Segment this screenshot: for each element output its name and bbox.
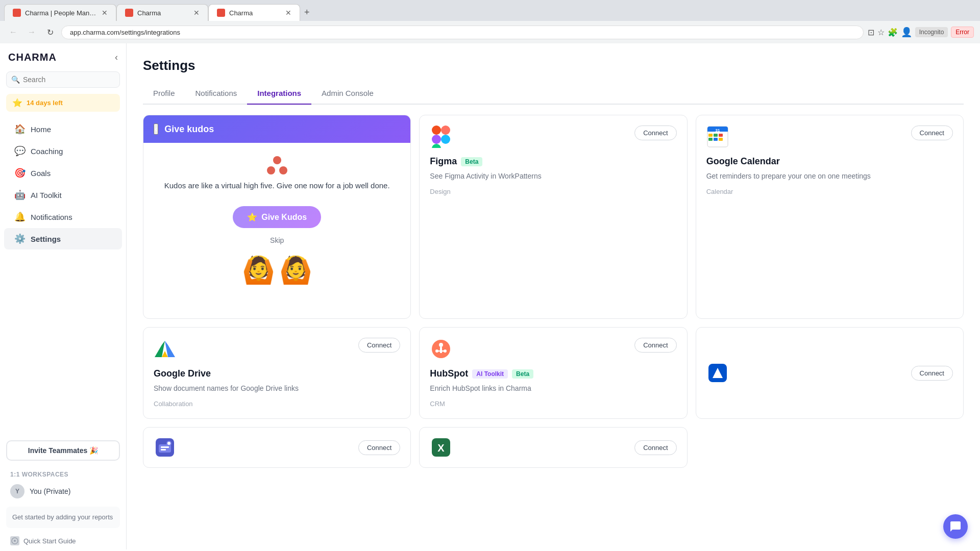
gdrive-card-header: Connect [154, 338, 400, 360]
kudos-illustration: 🙆 🙆 [154, 255, 400, 286]
kudos-body: Kudos are like a virtual high five. Give… [143, 143, 410, 298]
search-input[interactable] [6, 71, 120, 88]
hubspot-logo-icon [430, 338, 452, 360]
figma-beta-badge: Beta [461, 157, 482, 166]
back-button[interactable]: ← [6, 25, 20, 39]
sidebar-item-settings[interactable]: ⚙️ Settings [4, 228, 122, 249]
svg-rect-17 [714, 138, 718, 141]
goals-label: Goals [31, 169, 51, 178]
app-container: CHARMA ‹ 🔍 ⭐ 14 days left 🏠 Home 💬 Coach… [0, 43, 980, 549]
figma-connect-button[interactable]: Connect [634, 126, 676, 140]
bottom-left-logo [706, 362, 729, 384]
skip-link[interactable]: Skip [154, 236, 400, 244]
figma-card-category: Design [430, 188, 676, 195]
ai-toolkit-label: AI Toolkit [31, 191, 62, 199]
settings-header: Settings Profile Notifications Integrati… [127, 43, 980, 105]
tab1-favicon [13, 9, 21, 17]
svg-rect-26 [440, 347, 442, 353]
teams-logo [154, 436, 176, 459]
trial-label: 14 days left [27, 99, 63, 107]
figma-logo-icon [432, 126, 450, 148]
tab2-favicon [125, 9, 133, 17]
home-label: Home [31, 125, 51, 134]
settings-label: Settings [31, 235, 61, 243]
svg-rect-14 [714, 134, 718, 137]
extension-icon[interactable]: 🧩 [888, 28, 898, 37]
trial-icon: ⭐ [12, 98, 22, 108]
hubspot-card-category: CRM [430, 400, 676, 408]
hubspot-card-title: HubSpot AI Toolkit Beta [430, 368, 676, 379]
coaching-label: Coaching [31, 147, 63, 156]
workspace-item-private[interactable]: Y You (Private) [0, 480, 126, 503]
profile-icon[interactable]: 👤 [901, 27, 912, 38]
tab2-title: Charma [137, 9, 189, 17]
integration-card-bottom-right: X Connect [419, 427, 687, 468]
tab3-favicon [217, 9, 225, 17]
integration-card-hubspot: Connect HubSpot AI Toolkit Beta Enrich H… [419, 327, 687, 419]
gdrive-card-desc: Show document names for Google Drive lin… [154, 383, 400, 394]
tab-profile[interactable]: Profile [143, 84, 185, 105]
svg-point-38 [167, 442, 170, 445]
give-kudos-label: Give Kudos [261, 213, 307, 222]
gdrive-connect-button[interactable]: Connect [358, 338, 400, 353]
bookmark-icon[interactable]: ☆ [877, 28, 885, 37]
tab2-close[interactable]: ✕ [193, 9, 200, 17]
give-kudos-button[interactable]: ⭐ Give Kudos [233, 206, 321, 228]
sidebar-item-coaching[interactable]: 💬 Coaching [4, 140, 122, 162]
sidebar-item-goals[interactable]: 🎯 Goals [4, 162, 122, 184]
browser-tab-1[interactable]: Charma | People Management ... ✕ [4, 4, 116, 21]
notifications-label: Notifications [31, 213, 72, 221]
svg-text:31: 31 [715, 128, 720, 133]
kudos-header: ‹ Give kudos [143, 115, 410, 143]
svg-rect-13 [708, 134, 713, 137]
settings-tabs: Profile Notifications Integrations Admin… [143, 84, 964, 105]
ai-toolkit-icon: 🤖 [14, 189, 26, 201]
trial-badge: ⭐ 14 days left [6, 94, 120, 112]
address-bar[interactable]: app.charma.com/settings/integrations [61, 26, 864, 39]
bottom-mid-connect-button[interactable]: Connect [358, 440, 400, 455]
logo-text: CHARMA [8, 52, 57, 63]
chat-bubble[interactable] [943, 514, 968, 539]
search-icon: 🔍 [11, 76, 20, 84]
browser-tab-3[interactable]: Charma ✕ [208, 4, 300, 21]
tab3-close[interactable]: ✕ [285, 9, 291, 17]
hubspot-connect-button[interactable]: Connect [634, 338, 676, 353]
tab-admin-console[interactable]: Admin Console [311, 84, 384, 105]
sidebar-item-ai-toolkit[interactable]: 🤖 AI Toolkit [4, 184, 122, 206]
arrow-up-logo-icon [708, 364, 727, 382]
sidebar-item-home[interactable]: 🏠 Home [4, 118, 122, 140]
hubspot-ai-badge: AI Toolkit [472, 369, 508, 379]
bottom-left-connect-button[interactable]: Connect [911, 366, 953, 381]
gdrive-card-title: Google Drive [154, 368, 400, 379]
gcal-card-category: Calendar [706, 188, 953, 195]
gcal-logo-icon: 31 [706, 126, 729, 148]
tab-integrations[interactable]: Integrations [247, 84, 311, 105]
browser-tab-2[interactable]: Charma ✕ [116, 4, 208, 21]
integration-card-figma: Connect Figma Beta See Figma Activity in… [419, 115, 687, 319]
forward-button[interactable]: → [24, 25, 39, 39]
browser-actions: ⊡ ☆ 🧩 👤 Incognito Error [868, 27, 974, 38]
figure-pink-icon: 🙆 [242, 255, 275, 286]
tab3-title: Charma [229, 9, 281, 17]
new-tab-button[interactable]: + [300, 5, 314, 20]
sidebar-item-notifications[interactable]: 🔔 Notifications [4, 206, 122, 228]
excel-logo: X [430, 436, 452, 459]
teams-logo-icon [156, 438, 174, 457]
integration-card-google-calendar: 31 Connect Google Calendar Get reminders… [696, 115, 964, 319]
kudos-star-icon: ⭐ [247, 212, 257, 222]
svg-rect-6 [441, 126, 450, 135]
report-promo: Get started by adding your reports [6, 507, 120, 528]
tab1-close[interactable]: ✕ [102, 9, 108, 17]
sidebar-collapse-button[interactable]: ‹ [115, 52, 118, 63]
tab-notifications[interactable]: Notifications [185, 84, 248, 105]
browser-tabs: Charma | People Management ... ✕ Charma … [0, 0, 980, 21]
bottom-right-connect-button[interactable]: Connect [634, 440, 676, 455]
gdrive-logo [154, 338, 176, 360]
quick-start-guide[interactable]: Quick Start Guide [0, 532, 126, 549]
integration-card-bottom-mid: Connect [143, 427, 411, 468]
reload-button[interactable]: ↻ [43, 25, 57, 39]
kudos-back-button[interactable]: ‹ [154, 123, 158, 135]
chat-icon [949, 520, 962, 533]
invite-teammates-button[interactable]: Invite Teammates 🎉 [6, 440, 120, 461]
gcal-connect-button[interactable]: Connect [911, 126, 953, 140]
